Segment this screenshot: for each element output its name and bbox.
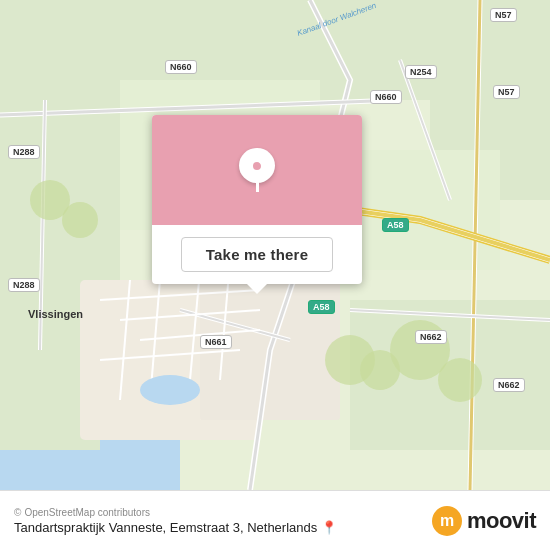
road-label-n57: N57: [490, 8, 517, 22]
take-me-there-button[interactable]: Take me there: [181, 237, 333, 272]
road-label-n662b: N662: [493, 378, 525, 392]
pin-head: [239, 148, 275, 183]
road-label-n288b: N288: [8, 278, 40, 292]
road-label-n57b: N57: [493, 85, 520, 99]
location-name: Tandartspraktijk Vanneste, Eemstraat 3, …: [14, 520, 337, 535]
flag-icon: 📍: [321, 520, 337, 535]
road-label-n288: N288: [8, 145, 40, 159]
road-label-a58: A58: [382, 218, 409, 232]
svg-text:m: m: [440, 512, 454, 529]
popup-map-thumbnail: [152, 115, 362, 225]
map-container: N57 N57 N660 N660 N254 N288 N288 A58 A58…: [0, 0, 550, 490]
moovit-icon: m: [431, 505, 463, 537]
moovit-brand-text: moovit: [467, 508, 536, 534]
road-label-n661: N661: [200, 335, 232, 349]
location-popup: Take me there: [152, 115, 362, 284]
moovit-logo: m moovit: [431, 505, 536, 537]
city-label-vlissingen: Vlissingen: [28, 308, 83, 320]
pin-tail: [256, 182, 259, 192]
svg-point-36: [438, 358, 482, 402]
bottom-bar: © OpenStreetMap contributors Tandartspra…: [0, 490, 550, 550]
road-label-n662: N662: [415, 330, 447, 344]
road-label-n660: N660: [165, 60, 197, 74]
svg-point-38: [62, 202, 98, 238]
road-label-n660b: N660: [370, 90, 402, 104]
osm-text: OpenStreetMap contributors: [24, 507, 150, 518]
svg-point-32: [140, 375, 200, 405]
road-label-a58b: A58: [308, 300, 335, 314]
road-label-n254: N254: [405, 65, 437, 79]
pin-center: [250, 159, 264, 173]
osm-credit: © OpenStreetMap contributors: [14, 507, 337, 518]
bottom-left-info: © OpenStreetMap contributors Tandartspra…: [14, 507, 337, 535]
location-text: Tandartspraktijk Vanneste, Eemstraat 3, …: [14, 520, 317, 535]
location-pin: [239, 148, 275, 192]
copyright-symbol: ©: [14, 507, 21, 518]
